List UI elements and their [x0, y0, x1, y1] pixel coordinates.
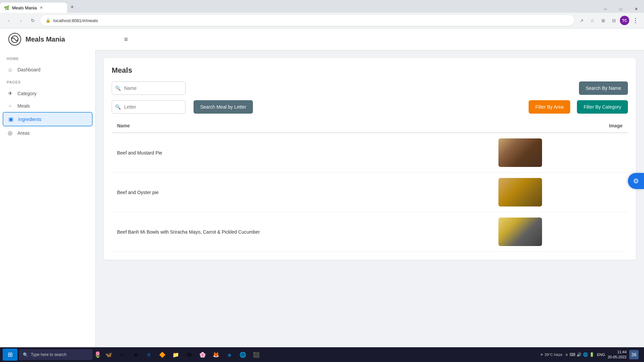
nav-forward-button[interactable]: › [16, 16, 25, 25]
nav-reload-button[interactable]: ↻ [28, 16, 38, 25]
taskbar-notification-button[interactable]: 36 [629, 350, 639, 359]
taskbar-icon-terminal[interactable]: ⬛ [250, 349, 262, 361]
letter-search-wrapper: 🔍 [112, 100, 185, 114]
taskbar-icon-app1[interactable]: 🌸 [197, 349, 209, 361]
taskbar-search-box[interactable]: 🔍 Type here to search [19, 349, 93, 360]
app-header: Meals Mania ≡ [0, 28, 644, 50]
taskbar-icon-vscode[interactable]: ◈ [223, 349, 235, 361]
meals-icon: ○ [7, 104, 13, 108]
sidebar-dashboard-label: Dashboard [17, 67, 41, 72]
win-close-button[interactable]: ✕ [629, 3, 644, 15]
taskbar-icon-explorer[interactable]: 📁 [170, 349, 182, 361]
logo-icon [8, 33, 21, 46]
meals-table: Name Image Beef and Mustard Pie Beef and… [112, 119, 628, 252]
sidebar-toggle-button[interactable]: ⊟ [609, 16, 619, 25]
taskbar-icon-vlc[interactable]: 🔶 [156, 349, 168, 361]
tab-favicon: 🌿 [4, 5, 9, 10]
table-row: Beef and Oyster pie [112, 173, 628, 212]
win-minimize-button[interactable]: ─ [598, 3, 613, 15]
sidebar-areas-label: Areas [17, 130, 30, 136]
taskbar-search-placeholder: Type here to search [31, 352, 66, 357]
new-tab-button[interactable]: + [67, 1, 77, 13]
taskbar-icon-store[interactable]: 🛍 [183, 349, 195, 361]
taskbar-clock: 11:44 20-05-2022 [608, 350, 627, 360]
battery-num: 36 [631, 352, 637, 357]
app-title: Meals Mania [25, 36, 65, 43]
taskbar-icon-edge[interactable]: e [143, 349, 155, 361]
meal-name: Beef and Oyster pie [117, 190, 159, 195]
col-name-header: Name [112, 119, 493, 133]
name-search-row: 🔍 Search By Name [112, 81, 628, 95]
sidebar-item-meals[interactable]: ○ Meals [0, 100, 95, 112]
home-icon: ⌂ [7, 67, 13, 73]
keyboard-icon: ⌨ [570, 352, 575, 357]
win-maximize-button[interactable]: □ [613, 3, 629, 15]
hamburger-menu-button[interactable]: ≡ [124, 36, 128, 43]
tab-close-icon[interactable]: ✕ [40, 5, 43, 10]
content-card: Meals 🔍 Search By Name 🔍 S [104, 58, 636, 260]
taskbar: ⊞ 🔍 Type here to search 🌷 🦋 ○ ⊞ e 🔶 📁 🛍 … [0, 347, 644, 362]
filter-by-category-button[interactable]: Filter By Category [577, 100, 628, 114]
network-icon[interactable]: 🌐 [583, 352, 588, 357]
meal-image [498, 138, 542, 167]
taskbar-lang: ENG [597, 353, 605, 357]
browser-menu-button[interactable] [631, 16, 640, 25]
meal-name: Beef Banh Mi Bowls with Sriracha Mayo, C… [117, 229, 260, 235]
taskbar-sys-icons: ∧ ⌨ 🔊 🌐 🔋 [565, 352, 594, 357]
sidebar-home-section: HOME [0, 57, 95, 63]
table-row: Beef and Mustard Pie [112, 133, 628, 173]
search-by-letter-button[interactable]: Search Meal by Letter [194, 100, 253, 114]
extensions-button[interactable]: ⊞ [598, 16, 608, 25]
nav-back-button[interactable]: ‹ [4, 16, 13, 25]
letter-search-icon: 🔍 [115, 104, 121, 110]
settings-icon: ⚙ [633, 177, 639, 185]
bookmark-button[interactable]: ☆ [588, 16, 597, 25]
sidebar-meals-label: Meals [17, 103, 30, 109]
main-content: Meals 🔍 Search By Name 🔍 S [96, 50, 644, 362]
search-by-name-button[interactable]: Search By Name [579, 81, 628, 95]
battery-icon: 🔋 [589, 352, 594, 357]
areas-icon: ◎ [7, 130, 13, 136]
letter-search-input[interactable] [112, 100, 185, 114]
taskbar-date-text: 20-05-2022 [608, 355, 627, 360]
letter-search-row: 🔍 Search Meal by Letter Filter By Area F… [112, 100, 628, 114]
sidebar-pages-section: PAGES [0, 80, 95, 87]
taskbar-icon-chrome[interactable]: 🌐 [237, 349, 249, 361]
share-button[interactable]: ↗ [577, 16, 586, 25]
tab-title: Meals Mania [12, 5, 37, 10]
name-search-wrapper: 🔍 [112, 81, 185, 95]
taskbar-icon-task-view[interactable]: ⊞ [129, 349, 142, 361]
address-lock-icon: 🔒 [46, 18, 51, 23]
sidebar-item-dashboard[interactable]: ⌂ Dashboard [0, 63, 95, 76]
name-search-icon: 🔍 [115, 85, 121, 91]
address-text: localhost:8081/#/meals [53, 18, 98, 23]
profile-button[interactable]: TC [620, 16, 629, 25]
meal-image [498, 218, 542, 246]
sidebar-item-category[interactable]: ✈ Category [0, 87, 95, 100]
taskbar-icon-firefox[interactable]: 🦊 [210, 349, 222, 361]
sidebar: HOME ⌂ Dashboard PAGES ✈ Category ○ Meal… [0, 50, 96, 362]
sidebar-item-areas[interactable]: ◎ Areas [0, 126, 95, 139]
table-row: Beef Banh Mi Bowls with Sriracha Mayo, C… [112, 212, 628, 252]
app-logo: Meals Mania [8, 33, 65, 46]
taskbar-system-tray: ☀ 39°C Haze ∧ ⌨ 🔊 🌐 🔋 ENG 11:44 20-05-20… [537, 350, 641, 360]
taskbar-icon-unknown[interactable]: 🦋 [103, 349, 115, 361]
browser-tab-active[interactable]: 🌿 Meals Mania ✕ [0, 3, 67, 13]
category-icon: ✈ [7, 90, 13, 97]
page-title: Meals [112, 66, 628, 75]
taskbar-time-text: 11:44 [608, 350, 627, 355]
sidebar-item-ingredients[interactable]: ▣ Ingredients [3, 112, 93, 126]
name-search-input[interactable] [112, 81, 185, 95]
address-bar[interactable]: 🔒 localhost:8081/#/meals [40, 15, 574, 26]
start-button[interactable]: ⊞ [3, 349, 17, 361]
app-container: Meals Mania ≡ HOME ⌂ Dashboard PAGES ✈ C… [0, 28, 644, 362]
taskbar-icon-cortana[interactable]: ○ [116, 349, 128, 361]
tulip-icon: 🌷 [94, 351, 101, 358]
taskbar-weather-widget: ☀ 39°C Haze [540, 353, 562, 357]
filter-by-area-button[interactable]: Filter By Area [529, 100, 570, 114]
up-arrow-icon[interactable]: ∧ [565, 352, 568, 357]
sidebar-ingredients-label: Ingredients [18, 117, 41, 122]
speaker-icon[interactable]: 🔊 [577, 352, 582, 357]
meal-name: Beef and Mustard Pie [117, 150, 162, 156]
settings-fab-button[interactable]: ⚙ [628, 173, 644, 189]
